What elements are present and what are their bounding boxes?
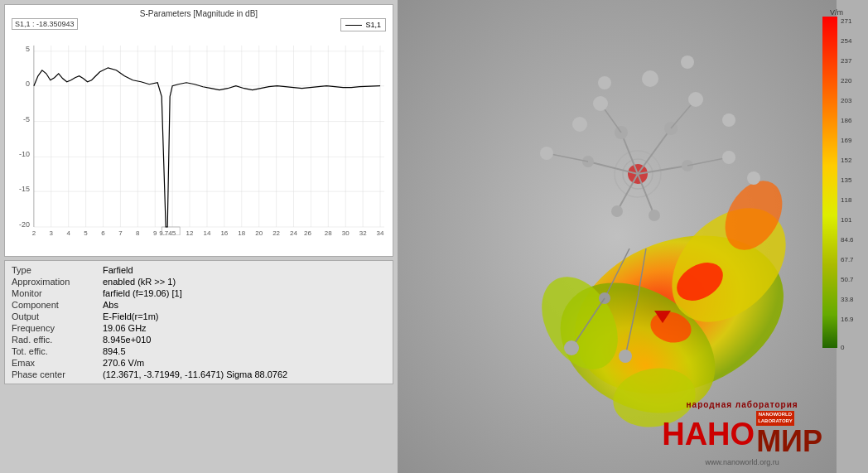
svg-point-87 (649, 210, 660, 221)
info-label: Type (12, 265, 103, 275)
color-scale: V/m 271 (822, 8, 864, 373)
svg-text:254: 254 (841, 37, 852, 45)
info-value: farfield (f=19.06) [1] (103, 288, 182, 298)
info-row: OutputE-Field(r=1m) (12, 311, 386, 322)
chart-legend: S1,1 (340, 18, 386, 31)
svg-text:-20: -20 (19, 220, 30, 229)
svg-text:50.7: 50.7 (841, 276, 854, 283)
svg-text:12: 12 (186, 229, 194, 235)
chart-label: S1,1 : -18.350943 (12, 18, 78, 30)
info-label: Emax (12, 358, 103, 368)
svg-text:6: 6 (101, 229, 105, 235)
svg-text:203: 203 (841, 97, 852, 104)
svg-text:237: 237 (841, 57, 852, 65)
svg-rect-102 (822, 17, 837, 348)
info-row: ComponentAbs (12, 299, 386, 311)
svg-text:220: 220 (841, 77, 852, 84)
svg-text:101: 101 (841, 216, 852, 224)
scale-bar-svg: 271 254 237 220 203 186 169 152 135 118 … (822, 17, 864, 364)
info-row: Rad. effic.8.945e+010 (12, 334, 386, 345)
svg-text:32: 32 (359, 229, 367, 235)
info-value: 8.945e+010 (103, 335, 151, 345)
info-row: TypeFarfield (12, 264, 386, 276)
svg-text:4: 4 (66, 229, 70, 235)
svg-point-91 (564, 340, 579, 355)
info-label: Tot. effic. (12, 346, 103, 356)
scale-unit: V/m (830, 8, 843, 17)
svg-text:5: 5 (84, 229, 88, 235)
svg-text:22: 22 (272, 229, 280, 235)
svg-text:118: 118 (841, 196, 852, 204)
svg-text:24: 24 (290, 229, 297, 235)
info-label: Component (12, 300, 103, 310)
svg-text:18: 18 (238, 229, 245, 235)
info-value: 894.5 (103, 346, 126, 356)
info-value: 270.6 V/m (103, 358, 144, 368)
svg-text:0: 0 (26, 80, 30, 88)
info-value: E-Field(r=1m) (103, 311, 159, 321)
svg-text:135: 135 (841, 176, 852, 184)
svg-text:30: 30 (342, 229, 350, 235)
svg-text:28: 28 (325, 229, 332, 235)
info-row: Approximationenabled (kR >> 1) (12, 276, 386, 287)
svg-point-71 (593, 96, 608, 111)
info-row: Phase center(12.3671, -3.71949, -11.6471… (12, 369, 386, 380)
info-value: enabled (kR >> 1) (103, 277, 176, 287)
info-label: Rad. effic. (12, 335, 103, 345)
logo-top: народная лаборатория (662, 400, 822, 409)
svg-text:152: 152 (841, 157, 852, 164)
left-panel: S-Parameters [Magnitude in dB] S1,1 : -1… (0, 0, 398, 473)
logo-nano: НАНО (662, 418, 755, 450)
svg-text:-10: -10 (19, 150, 30, 158)
svg-point-75 (688, 92, 703, 107)
svg-text:-5: -5 (23, 115, 30, 123)
info-row: Frequency19.06 GHz (12, 322, 386, 334)
info-label: Output (12, 311, 103, 321)
svg-text:67.7: 67.7 (841, 256, 854, 263)
svg-point-83 (540, 147, 553, 160)
chart-svg: 5 0 -5 -10 -15 -20 (9, 20, 388, 235)
chart-svg-wrapper: 5 0 -5 -10 -15 -20 (9, 20, 388, 235)
svg-point-101 (747, 171, 760, 185)
main-container: S-Parameters [Magnitude in dB] S1,1 : -1… (0, 0, 868, 473)
svg-point-100 (722, 113, 735, 127)
info-row: Tot. effic.894.5 (12, 345, 386, 357)
svg-point-97 (681, 56, 694, 69)
chart-area: S-Parameters [Magnitude in dB] S1,1 : -1… (4, 4, 393, 257)
legend-line (345, 25, 362, 26)
svg-text:8: 8 (136, 229, 140, 235)
svg-text:16: 16 (220, 229, 228, 235)
logo-mir: МИР (756, 427, 822, 456)
svg-text:169: 169 (841, 137, 852, 144)
svg-point-98 (598, 76, 611, 89)
info-row: Monitorfarfield (f=19.06) [1] (12, 287, 386, 299)
info-table: TypeFarfieldApproximationenabled (kR >> … (4, 260, 393, 384)
svg-text:9: 9 (153, 229, 157, 235)
svg-text:-15: -15 (19, 185, 30, 193)
legend-text: S1,1 (365, 21, 381, 29)
svg-text:20: 20 (255, 229, 263, 235)
svg-text:26: 26 (304, 229, 311, 235)
svg-text:3: 3 (50, 229, 54, 235)
info-label: Approximation (12, 277, 103, 287)
svg-text:34: 34 (377, 229, 384, 235)
right-panel: V/m 271 (398, 0, 868, 473)
logo-area: народная лаборатория НАНО NANOWORLD LABO… (662, 400, 822, 466)
svg-point-94 (619, 350, 632, 363)
svg-text:5: 5 (26, 45, 30, 53)
svg-text:186: 186 (841, 117, 852, 124)
svg-text:16.9: 16.9 (841, 316, 854, 323)
info-label: Phase center (12, 369, 103, 379)
svg-text:7: 7 (118, 229, 123, 235)
svg-point-85 (611, 205, 623, 217)
logo-url: www.nanoworld.org.ru (662, 458, 822, 466)
logo-inline: НАНО NANOWORLD LABORATORY МИР (662, 411, 822, 456)
info-label: Frequency (12, 323, 103, 333)
svg-text:14: 14 (204, 229, 211, 235)
info-label: Monitor (12, 288, 103, 298)
svg-point-79 (722, 151, 735, 164)
info-value: (12.3671, -3.71949, -11.6471) Sigma 88.0… (103, 369, 287, 379)
svg-text:84.6: 84.6 (841, 236, 854, 244)
svg-point-99 (572, 117, 587, 132)
info-value: Abs (103, 300, 118, 310)
